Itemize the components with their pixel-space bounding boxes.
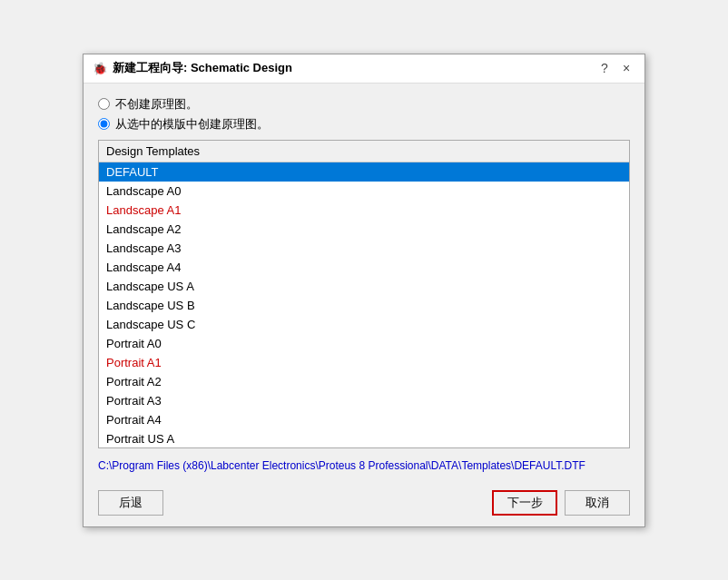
dialog: 🐞 新建工程向导: Schematic Design ? × 不创建原理图。 从… — [83, 54, 645, 527]
title-controls: ? × — [595, 59, 635, 77]
back-button[interactable]: 后退 — [98, 490, 163, 516]
radio-group: 不创建原理图。 从选中的模版中创建原理图。 — [98, 96, 630, 133]
footer-right-buttons: 下一步 取消 — [492, 490, 630, 516]
close-button[interactable]: × — [617, 59, 635, 77]
list-item[interactable]: Landscape A1 — [99, 201, 629, 220]
radio-no-schematic[interactable] — [98, 98, 110, 110]
list-header: Design Templates — [99, 141, 629, 162]
list-item[interactable]: Portrait A4 — [99, 410, 629, 429]
list-item[interactable]: Landscape US C — [99, 315, 629, 334]
next-button[interactable]: 下一步 — [492, 490, 557, 516]
list-item[interactable]: Portrait US A — [99, 429, 629, 448]
list-item[interactable]: Landscape A3 — [99, 239, 629, 258]
dialog-title: 新建工程向导: Schematic Design — [113, 60, 595, 76]
template-path: C:\Program Files (x86)\Labcenter Electro… — [98, 456, 630, 474]
list-item[interactable]: Landscape US B — [99, 296, 629, 315]
radio-option1[interactable]: 不创建原理图。 — [98, 96, 630, 113]
list-item[interactable]: Portrait A1 — [99, 353, 629, 372]
list-item[interactable]: Portrait A2 — [99, 372, 629, 391]
list-item[interactable]: Portrait A0 — [99, 334, 629, 353]
title-icon: 🐞 — [93, 61, 107, 75]
list-item[interactable]: DEFAULT — [99, 162, 629, 182]
list-item[interactable]: Landscape US A — [99, 277, 629, 296]
template-list[interactable]: Design Templates DEFAULTLandscape A0Land… — [98, 140, 630, 448]
list-item[interactable]: Landscape A2 — [99, 220, 629, 239]
radio-option2-label: 从选中的模版中创建原理图。 — [115, 116, 269, 133]
list-item[interactable]: Landscape A4 — [99, 258, 629, 277]
help-button[interactable]: ? — [595, 59, 614, 77]
list-item[interactable]: Portrait A3 — [99, 391, 629, 410]
cancel-button[interactable]: 取消 — [565, 490, 630, 516]
radio-from-template[interactable] — [98, 118, 110, 130]
radio-option1-label: 不创建原理图。 — [115, 96, 198, 113]
dialog-content: 不创建原理图。 从选中的模版中创建原理图。 Design Templates D… — [84, 84, 644, 483]
list-item[interactable]: Landscape A0 — [99, 182, 629, 201]
dialog-footer: 后退 下一步 取消 — [84, 483, 644, 526]
title-bar: 🐞 新建工程向导: Schematic Design ? × — [84, 54, 644, 84]
radio-option2[interactable]: 从选中的模版中创建原理图。 — [98, 116, 630, 133]
